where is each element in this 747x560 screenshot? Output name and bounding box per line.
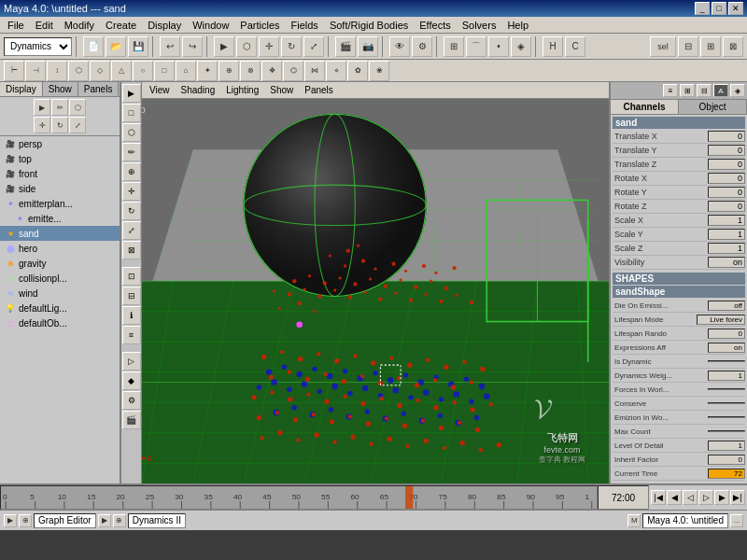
tb2-btn15[interactable]: ⋈ [304,61,325,81]
menu-solvers[interactable]: Solvers [457,19,502,32]
rp-icon-3[interactable]: ⊟ [697,84,712,97]
sh-max-count[interactable]: Max Count [613,425,745,439]
tb2-btn1[interactable]: ⊢ [4,61,24,81]
titlebar-controls[interactable]: _ □ ✕ [695,2,743,15]
step-forward-button[interactable]: ▶ [714,490,729,505]
tool-magnet[interactable]: ⊕ [122,162,141,181]
ch-scale-y[interactable]: Scale Y 1 [613,228,745,242]
tool-move[interactable]: ✛ [122,182,141,201]
tb2-btn17[interactable]: ✿ [347,61,368,81]
sh-dynamics-weig[interactable]: Dynamics Weig... 1 [613,369,745,383]
menu-window[interactable]: Window [187,19,234,32]
tb2-btn14[interactable]: ⌬ [283,61,303,81]
tool-pivot[interactable]: ⊡ [122,267,141,286]
save-scene-button[interactable]: 💾 [128,36,148,57]
sh-lifespan-rando[interactable]: Lifespan Rando 0 [613,327,745,341]
tb2-btn5[interactable]: ◇ [90,61,110,81]
menu-particles[interactable]: Particles [234,19,285,32]
lt-rotate[interactable]: ↻ [51,117,68,133]
ch-val-ty[interactable]: 0 [708,145,745,156]
rotate-button[interactable]: ↻ [281,36,302,57]
module-dropdown[interactable]: Dynamics Animation Modeling Rendering [4,37,72,56]
open-scene-button[interactable]: 📂 [106,36,126,57]
menu-modify[interactable]: Modify [59,19,100,32]
ch-val-ry[interactable]: 0 [708,187,745,198]
tool-anim[interactable]: ▷ [122,352,141,371]
lt-paint[interactable]: ✏ [51,99,68,116]
tb2-btn11[interactable]: ⊕ [218,61,239,81]
sh-val-lm[interactable]: Live forev [697,315,745,325]
menu-edit[interactable]: Edit [30,19,59,32]
tb2-btn12[interactable]: ⊗ [240,61,261,81]
ch-translate-x[interactable]: Translate X 0 [613,130,745,144]
tree-item-wind[interactable]: ≋ wind [0,286,120,301]
ch-val-sz[interactable]: 1 [708,243,745,254]
tree-item-gravity[interactable]: ⊕ gravity [0,256,120,271]
select-button[interactable]: ▶ [214,36,234,57]
sh-val-mc[interactable] [708,430,745,432]
move-button[interactable]: ✛ [259,36,279,57]
sh-val-fiw[interactable] [708,388,745,390]
tool-box-select[interactable]: □ [122,104,141,122]
sh-start-frame[interactable]: Start Frame [613,481,745,483]
sh-expr-aff[interactable]: Expressions Aff on [613,341,745,355]
tb2-btn18[interactable]: ❀ [369,61,389,81]
tool-universal[interactable]: ⊠ [122,241,141,259]
menu-file[interactable]: File [2,19,30,32]
lasso-button[interactable]: ⬡ [236,36,257,57]
sb-icon2[interactable]: ⊕ [19,514,32,527]
step-back-button[interactable]: ◀ [667,490,682,505]
ch-translate-y[interactable]: Translate Y 0 [613,144,745,158]
redo-button[interactable]: ↪ [182,36,203,57]
time-field[interactable]: 72:00 [598,485,649,510]
tree-item-persp[interactable]: 🎥 persp [0,136,120,151]
sh-forces-in-worl[interactable]: Forces In Worl... [613,383,745,397]
tool-attr[interactable]: ≡ [122,326,141,344]
play-back-button[interactable]: ◁ [683,490,698,505]
ch-scale-z[interactable]: Scale Z 1 [613,242,745,256]
tb2-btn10[interactable]: ✦ [197,61,218,81]
rp-icon-5[interactable]: ◈ [730,84,745,97]
tb2-btn13[interactable]: ❖ [261,61,282,81]
channel-button[interactable]: C [565,36,585,57]
sh-val-lr[interactable]: 0 [708,329,745,339]
goto-start-button[interactable]: |◀ [651,490,666,505]
menu-fields[interactable]: Fields [286,19,324,32]
ch-rotate-x[interactable]: Rotate X 0 [613,172,745,186]
lt-lasso[interactable]: ⬡ [69,99,86,116]
sh-val-dw[interactable]: 1 [708,371,745,381]
tree-item-side[interactable]: 🎥 side [0,181,120,196]
ch-val-sx[interactable]: 1 [708,215,745,226]
tb2-btn8[interactable]: □ [154,61,175,81]
tree-item-front[interactable]: 🎥 front [0,166,120,181]
undo-button[interactable]: ↩ [160,36,180,57]
play-forward-button[interactable]: ▷ [698,490,713,505]
ch-val-rx[interactable]: 0 [708,173,745,184]
rp-icon-4[interactable]: A [713,84,728,97]
sh-val-ld[interactable]: 1 [708,441,745,451]
tool-arrow[interactable]: ▶ [122,84,141,103]
tool-key[interactable]: ◆ [122,371,141,390]
snap-curve-button[interactable]: ⌒ [466,36,486,57]
ch-rotate-y[interactable]: Rotate Y 0 [613,186,745,200]
tool-scale[interactable]: ⤢ [122,221,141,240]
layout-btn-2[interactable]: ⊞ [700,36,721,57]
timeline-ruler[interactable]: 0 5 10 15 20 25 30 35 40 45 50 55 60 65 … [0,485,598,510]
viewport[interactable]: x y z persp 𝓥 飞特网 fevte.com 查字典 教程网 [142,99,609,483]
render-button[interactable]: 🎬 [335,36,356,57]
sb-maya-icon[interactable]: M [627,514,641,527]
lt-select[interactable]: ▶ [34,99,50,116]
sh-val-id[interactable] [708,360,745,362]
menu-help[interactable]: Help [501,19,534,32]
history-button[interactable]: H [543,36,563,57]
sb-icon4[interactable]: ⊕ [113,514,126,527]
sh-val-ea[interactable]: on [708,343,745,353]
tab-display[interactable]: Display [0,82,43,96]
tb2-btn7[interactable]: ○ [133,61,153,81]
ch-val-sy[interactable]: 1 [708,229,745,240]
close-button[interactable]: ✕ [728,2,743,15]
sh-level-detail[interactable]: Level Of Detail 1 [613,439,745,453]
goto-end-button[interactable]: ▶| [730,490,745,505]
lt-move[interactable]: ✛ [34,117,50,133]
sb-progress-icon[interactable]: ... [730,514,743,527]
